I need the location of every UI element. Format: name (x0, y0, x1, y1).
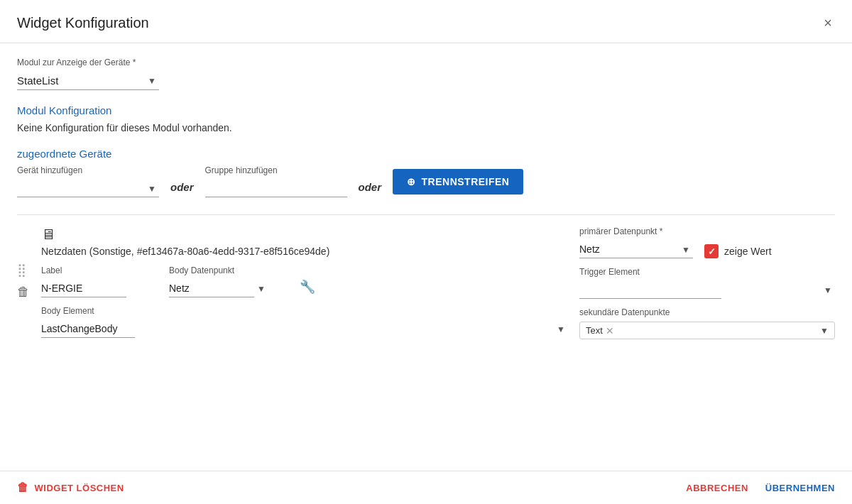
tag-item-text: Text ✕ (586, 325, 614, 336)
drag-icon[interactable]: ⣿ (17, 262, 30, 278)
no-config-text: Keine Konfiguration für dieses Modul vor… (17, 122, 835, 133)
monitor-icon: 🖥 (41, 226, 55, 243)
add-group-label: Gruppe hinzufügen (205, 165, 347, 175)
dialog-header: Widget Konfiguration × (0, 0, 852, 43)
zugeordnete-geraete-section: zugeordnete Geräte Gerät hinzufügen ▼ od… (17, 148, 835, 339)
add-group-group: Gruppe hinzufügen (205, 165, 347, 197)
add-row: Gerät hinzufügen ▼ oder Gruppe hinzufüge… (17, 165, 835, 197)
module-select[interactable]: StateList DeviceList GroupList (17, 72, 159, 90)
modul-konfiguration-section: Modul Konfiguration Keine Konfiguration … (17, 104, 835, 133)
widget-konfiguration-dialog: Widget Konfiguration × Modul zur Anzeige… (0, 0, 852, 504)
trigger-select[interactable] (579, 281, 721, 299)
body-element-arrow-icon: ▼ (557, 324, 565, 334)
device-card: ⣿ 🗑 🖥 Netzdaten (Sonstige, #ef13467a-80a… (17, 214, 835, 339)
add-device-select[interactable] (17, 180, 159, 197)
trigger-label: Trigger Element (579, 267, 835, 277)
add-device-label: Gerät hinzufügen (17, 165, 159, 175)
module-select-wrapper: StateList DeviceList GroupList ▼ (17, 72, 159, 90)
device-icon-row: 🖥 (41, 226, 568, 243)
body-datenpunkt-group: Body Datenpunkt Netz Strom Spannung ▼ (169, 265, 268, 297)
body-datenpunkt-label: Body Datenpunkt (169, 265, 268, 275)
device-right: primärer Datenpunkt * Netz Strom Spannun… (579, 226, 835, 339)
device-name: Netzdaten (Sonstige, #ef13467a-80a6-4edd… (41, 246, 568, 257)
tag-text: Text (586, 325, 603, 336)
body-datenpunkt-arrow-icon: ▼ (257, 284, 266, 294)
add-device-group: Gerät hinzufügen ▼ (17, 165, 159, 197)
oder-1-text: oder (170, 181, 194, 193)
body-element-row: Body Element LastChangeBody StateBody Va… (41, 306, 568, 338)
plus-icon: ⊕ (407, 176, 416, 187)
dialog-body: Modul zur Anzeige der Geräte * StateList… (0, 43, 852, 471)
body-datenpunkt-select[interactable]: Netz Strom Spannung (169, 280, 254, 297)
secondary-dp-group: sekundäre Datenpunkte Text ✕ ▼ (579, 307, 835, 339)
body-element-label: Body Element (41, 306, 568, 316)
zugeordnete-geraete-title: zugeordnete Geräte (17, 148, 835, 160)
body-element-select-wrapper: LastChangeBody StateBody ValueBody ▼ (41, 320, 568, 338)
module-field-label: Modul zur Anzeige der Geräte * (17, 57, 835, 67)
delete-widget-button[interactable]: 🗑 WIDGET LÖSCHEN (17, 481, 124, 494)
body-datenpunkt-select-wrapper: Netz Strom Spannung ▼ (169, 280, 268, 297)
zeige-wert-checkbox[interactable]: ✓ (704, 244, 719, 258)
dialog-title: Widget Konfiguration (17, 15, 149, 31)
body-element-select[interactable]: LastChangeBody StateBody ValueBody (41, 320, 135, 338)
cancel-button[interactable]: ABBRECHEN (686, 483, 748, 493)
device-delete-icon[interactable]: 🗑 (17, 285, 30, 300)
device-main: 🖥 Netzdaten (Sonstige, #ef13467a-80a6-4e… (41, 226, 568, 338)
label-field-label: Label (41, 265, 141, 275)
delete-trash-icon: 🗑 (17, 481, 29, 494)
add-separator-button[interactable]: ⊕ TRENNSTREIFEN (393, 169, 523, 195)
zeige-wert-label: zeige Wert (724, 246, 772, 257)
trigger-select-wrapper: ▼ (579, 281, 835, 299)
wrench-button[interactable]: 🔧 (297, 276, 318, 297)
device-actions: ⣿ 🗑 (17, 226, 30, 300)
add-group-input[interactable] (205, 180, 347, 197)
secondary-dp-field[interactable]: Text ✕ ▼ (579, 322, 835, 339)
label-field-input[interactable] (41, 280, 126, 297)
secondary-dp-label: sekundäre Datenpunkte (579, 307, 835, 317)
close-button[interactable]: × (821, 13, 835, 33)
module-selection-section: Modul zur Anzeige der Geräte * StateList… (17, 57, 835, 90)
check-icon: ✓ (708, 246, 716, 257)
apply-button[interactable]: ÜBERNEHMEN (765, 483, 835, 493)
zeige-wert-row: ✓ zeige Wert (704, 244, 772, 258)
trigger-arrow-icon: ▼ (824, 285, 832, 295)
oder-2-text: oder (359, 181, 382, 193)
primary-dp-label: primärer Datenpunkt * (579, 226, 693, 236)
body-element-group: Body Element LastChangeBody StateBody Va… (41, 306, 568, 338)
modul-konfiguration-title: Modul Konfiguration (17, 104, 835, 116)
device-fields-row: Label Body Datenpunkt Netz Strom Spannun… (41, 265, 568, 297)
trigger-group: Trigger Element ▼ (579, 267, 835, 299)
delete-widget-label: WIDGET LÖSCHEN (35, 483, 124, 493)
separator-btn-label: TRENNSTREIFEN (422, 176, 510, 187)
label-field-group: Label (41, 265, 141, 297)
add-device-select-wrapper: ▼ (17, 180, 159, 197)
primary-dp-select-wrapper: Netz Strom Spannung ▼ (579, 241, 693, 258)
footer-right: ABBRECHEN ÜBERNEHMEN (686, 483, 835, 493)
secondary-dp-arrow-icon: ▼ (820, 326, 829, 336)
tag-close-icon[interactable]: ✕ (606, 326, 614, 336)
primary-dp-group: primärer Datenpunkt * Netz Strom Spannun… (579, 226, 693, 258)
primary-dp-select[interactable]: Netz Strom Spannung (579, 241, 693, 258)
primary-dp-row: primärer Datenpunkt * Netz Strom Spannun… (579, 226, 835, 258)
dialog-footer: 🗑 WIDGET LÖSCHEN ABBRECHEN ÜBERNEHMEN (0, 471, 852, 504)
